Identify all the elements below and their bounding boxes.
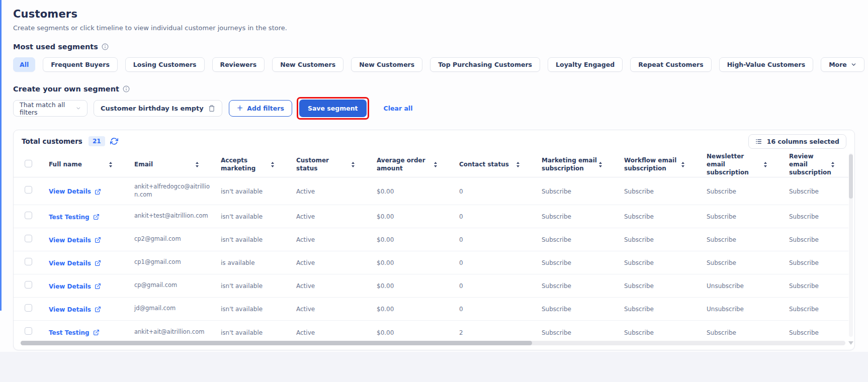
- sort-icon[interactable]: [516, 162, 519, 167]
- column-header[interactable]: Newsletter email subscription: [707, 152, 789, 177]
- segment-chip[interactable]: Loyalty Engaged: [548, 57, 623, 72]
- segment-chip[interactable]: New Customers: [272, 57, 343, 72]
- sort-icon[interactable]: [271, 162, 274, 167]
- table-header-row: Full nameEmailAccepts marketingCustomer …: [14, 152, 848, 177]
- column-header[interactable]: Workflow email subscription: [624, 152, 707, 177]
- segment-chip[interactable]: New Customers: [351, 57, 422, 72]
- active-filter-chip[interactable]: Customer birthday Is empty: [94, 100, 222, 117]
- external-link-icon: [95, 283, 101, 290]
- cell-workflow: Subscribe: [624, 236, 654, 243]
- sort-icon[interactable]: [831, 162, 834, 167]
- add-filters-button[interactable]: + Add filters: [229, 100, 292, 117]
- clear-all-link[interactable]: Clear all: [384, 105, 413, 112]
- refresh-icon[interactable]: [110, 137, 118, 145]
- column-header[interactable]: Marketing email subscription: [542, 152, 624, 177]
- cell-avg: $0.00: [377, 213, 394, 220]
- cell-marketing: Subscribe: [542, 236, 571, 243]
- match-filters-select[interactable]: That match all filters: [13, 100, 88, 117]
- sort-icon[interactable]: [599, 162, 602, 167]
- cell-accepts: isn't available: [221, 282, 263, 290]
- column-header[interactable]: Accepts marketing: [221, 152, 296, 177]
- cell-review: Subscribe: [789, 259, 819, 266]
- row-checkbox[interactable]: [25, 304, 32, 312]
- vertical-scrollbar[interactable]: [849, 153, 853, 337]
- table-row: Test Testingankit+ait@aitrillion.comisn'…: [14, 320, 848, 343]
- cell-workflow: Subscribe: [624, 306, 654, 313]
- horizontal-scrollbar-thumb[interactable]: [21, 341, 532, 345]
- sort-icon[interactable]: [109, 162, 112, 167]
- cell-email: ankit+test@aitrillion.com: [134, 212, 214, 220]
- customer-details-link[interactable]: View Details: [49, 188, 101, 195]
- sort-icon[interactable]: [764, 162, 767, 167]
- horizontal-scrollbar[interactable]: [21, 341, 845, 345]
- cell-newsletter: Subscribe: [707, 329, 736, 336]
- chevron-down-icon: [851, 62, 856, 67]
- table-row: Test Testingankit+test@aitrillion.comisn…: [14, 205, 848, 228]
- scrollbar-down-arrow-icon[interactable]: [848, 341, 853, 345]
- external-link-icon: [95, 188, 101, 195]
- segment-chip[interactable]: High-Value Customers: [719, 57, 814, 72]
- cell-marketing: Subscribe: [542, 282, 571, 290]
- sort-icon[interactable]: [196, 162, 199, 167]
- cell-status: Active: [296, 236, 315, 243]
- segment-chip[interactable]: Reviewers: [212, 57, 265, 72]
- customers-page: Customers Create segments or click timel…: [0, 0, 868, 350]
- cell-status: Active: [296, 188, 315, 195]
- column-header[interactable]: Full name: [49, 152, 134, 177]
- select-all-checkbox[interactable]: [25, 160, 32, 167]
- segment-chip[interactable]: All: [13, 57, 35, 72]
- customer-details-link[interactable]: View Details: [49, 283, 101, 290]
- row-checkbox[interactable]: [25, 235, 32, 242]
- cell-accepts: isn't available: [221, 188, 263, 195]
- most-used-segments-heading: Most used segments: [13, 43, 855, 51]
- cell-contact: 0: [459, 306, 463, 313]
- column-header[interactable]: Review email subscription: [789, 152, 848, 177]
- table-row: View Detailscp@gmail.comisn't availableA…: [14, 274, 848, 297]
- cell-contact: 0: [459, 236, 463, 243]
- customer-details-link[interactable]: Test Testing: [49, 214, 100, 221]
- cell-workflow: Subscribe: [624, 329, 654, 336]
- segment-chip[interactable]: Repeat Customers: [630, 57, 711, 72]
- info-icon[interactable]: [102, 43, 109, 50]
- cell-email: cp1@gmail.com: [134, 258, 214, 266]
- customer-details-link[interactable]: Test Testing: [49, 329, 100, 336]
- segment-chip[interactable]: Frequent Buyers: [43, 57, 118, 72]
- column-header[interactable]: Contact status: [459, 152, 542, 177]
- vertical-scrollbar-thumb[interactable]: [849, 154, 853, 199]
- customer-details-link[interactable]: View Details: [49, 260, 101, 267]
- cell-newsletter: Subscribe: [707, 259, 736, 266]
- save-segment-wrapper: Save segment: [299, 100, 367, 117]
- segment-chip[interactable]: Losing Customers: [125, 57, 205, 72]
- cell-marketing: Subscribe: [542, 259, 571, 266]
- cell-marketing: Subscribe: [542, 329, 571, 336]
- row-checkbox[interactable]: [25, 212, 32, 219]
- row-checkbox[interactable]: [25, 258, 32, 265]
- cell-accepts: isn't available: [221, 306, 263, 313]
- row-checkbox[interactable]: [25, 327, 32, 335]
- customer-details-link[interactable]: View Details: [49, 237, 101, 244]
- more-button[interactable]: More: [821, 57, 864, 72]
- delete-filter-icon[interactable]: [208, 105, 215, 112]
- customer-details-link[interactable]: View Details: [49, 306, 101, 313]
- column-header[interactable]: Customer status: [296, 152, 377, 177]
- segment-builder-controls: That match all filters Customer birthday…: [13, 100, 855, 117]
- cell-newsletter: Subscribe: [707, 188, 736, 195]
- cell-avg: $0.00: [377, 188, 394, 195]
- table-row: View Detailsjd@gmail.comisn't availableA…: [14, 297, 848, 320]
- column-header[interactable]: Average order amount: [377, 152, 459, 177]
- sort-icon[interactable]: [434, 162, 437, 167]
- columns-selected-button[interactable]: 16 columns selected: [748, 134, 846, 149]
- sort-icon[interactable]: [681, 162, 684, 167]
- save-segment-button[interactable]: Save segment: [299, 100, 367, 117]
- sort-icon[interactable]: [352, 162, 355, 167]
- cell-email: jd@gmail.com: [134, 305, 214, 313]
- cell-marketing: Subscribe: [542, 306, 571, 313]
- row-checkbox[interactable]: [25, 186, 32, 194]
- cell-accepts: isn't available: [221, 213, 263, 220]
- info-icon[interactable]: [123, 85, 130, 92]
- row-checkbox[interactable]: [25, 281, 32, 289]
- external-link-icon: [95, 237, 101, 243]
- segment-chip[interactable]: Top Purchasing Customers: [430, 57, 540, 72]
- external-link-icon: [93, 329, 100, 336]
- column-header[interactable]: Email: [134, 152, 221, 177]
